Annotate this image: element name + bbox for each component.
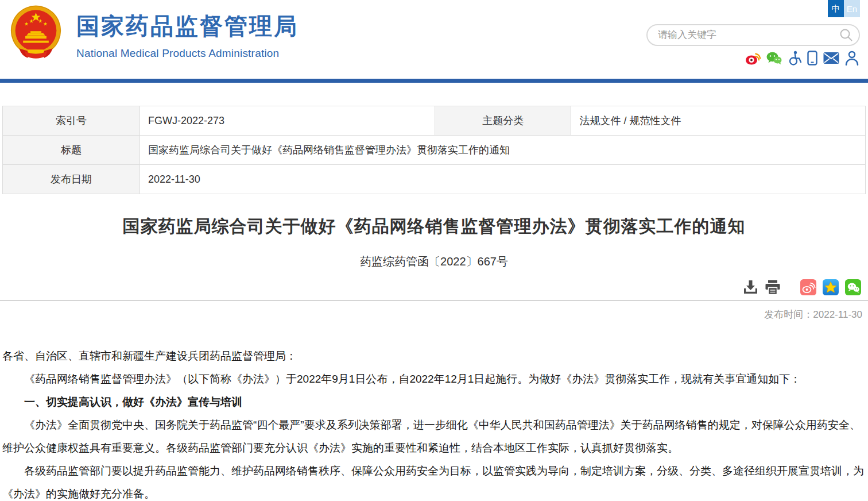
- publish-time: 发布时间：2022-11-30: [6, 308, 862, 321]
- paragraph-salutation: 各省、自治区、直辖市和新疆生产建设兵团药品监督管理局：: [2, 345, 866, 368]
- article-action-row: [7, 279, 861, 295]
- share-wechat-icon[interactable]: [845, 279, 861, 295]
- site-subtitle: National Medical Products Administration: [76, 47, 299, 60]
- language-toggle: 中 En: [828, 0, 860, 17]
- article: 国家药监局综合司关于做好《药品网络销售监督管理办法》贯彻落实工作的通知 药监综药…: [0, 215, 868, 501]
- meta-value-topic: 法规文件 / 规范性文件: [571, 106, 866, 136]
- meta-row-1: 索引号 FGWJ-2022-273 主题分类 法规文件 / 规范性文件: [3, 106, 866, 136]
- document-number: 药监综药管函〔2022〕667号: [0, 254, 868, 269]
- document-meta-table: 索引号 FGWJ-2022-273 主题分类 法规文件 / 规范性文件 标题 国…: [2, 106, 866, 194]
- search-icon[interactable]: [839, 28, 853, 42]
- mail-icon[interactable]: [823, 52, 839, 64]
- weibo-icon[interactable]: [745, 51, 761, 65]
- search-box: [646, 24, 860, 46]
- share-weibo-icon[interactable]: [800, 279, 816, 295]
- site-title: 国家药品监督管理局: [76, 10, 299, 42]
- paragraph-intro: 《药品网络销售监督管理办法》（以下简称《办法》）于2022年9月1日公布，自20…: [2, 368, 866, 391]
- lang-zh-button[interactable]: 中: [828, 0, 844, 17]
- document-title: 国家药监局综合司关于做好《药品网络销售监督管理办法》贯彻落实工作的通知: [34, 215, 834, 238]
- paragraph-2: 各级药品监管部门要以提升药品监管能力、维护药品网络销售秩序、保障公众用药安全为目…: [2, 460, 866, 501]
- section-heading-1: 一、切实提高认识，做好《办法》宣传与培训: [2, 391, 866, 414]
- meta-value-index: FGWJ-2022-273: [140, 106, 435, 136]
- meta-value-date: 2022-11-30: [140, 165, 865, 194]
- brand-text: 国家药品监督管理局 National Medical Products Admi…: [76, 3, 299, 60]
- print-icon[interactable]: [765, 280, 781, 295]
- meta-row-2: 标题 国家药监局综合司关于做好《药品网络销售监督管理办法》贯彻落实工作的通知: [3, 136, 866, 165]
- header-divider-bar: [0, 79, 868, 83]
- mobile-icon[interactable]: [807, 51, 817, 65]
- accessibility-icon[interactable]: [788, 51, 801, 65]
- user-icon[interactable]: [845, 51, 859, 65]
- meta-label-index: 索引号: [3, 106, 140, 136]
- wechat-icon[interactable]: [766, 51, 782, 65]
- meta-value-title: 国家药监局综合司关于做好《药品网络销售监督管理办法》贯彻落实工作的通知: [140, 136, 865, 165]
- site-header: 国家药品监督管理局 National Medical Products Admi…: [0, 0, 868, 79]
- share-qzone-icon[interactable]: [823, 279, 839, 295]
- page: 国家药品监督管理局 National Medical Products Admi…: [0, 0, 868, 501]
- meta-label-topic: 主题分类: [435, 106, 571, 136]
- download-icon[interactable]: [743, 280, 758, 295]
- search-input[interactable]: [657, 29, 839, 41]
- article-body: 各省、自治区、直辖市和新疆生产建设兵团药品监督管理局： 《药品网络销售监督管理办…: [2, 345, 866, 501]
- article-divider: [0, 300, 868, 300]
- meta-label-date: 发布日期: [3, 165, 140, 194]
- meta-label-title: 标题: [3, 136, 140, 165]
- header-social-row: [745, 51, 859, 65]
- lang-en-button[interactable]: En: [844, 0, 860, 17]
- china-national-emblem-icon: [8, 3, 64, 68]
- meta-row-3: 发布日期 2022-11-30: [3, 165, 866, 194]
- home-link[interactable]: 国家药品监督管理局 National Medical Products Admi…: [8, 3, 299, 68]
- paragraph-1: 《办法》全面贯彻党中央、国务院关于药品监管“四个最严”要求及系列决策部署，进一步…: [2, 414, 866, 460]
